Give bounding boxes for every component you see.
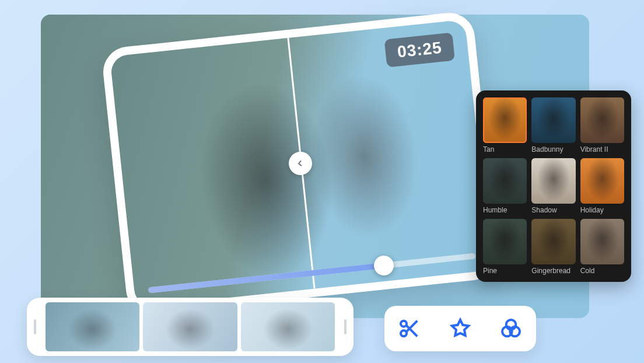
effects-tool-button[interactable] [444,312,477,345]
filter-thumbnail [483,219,527,264]
filter-thumbnail [580,158,624,204]
filter-thumbnail [580,219,624,264]
filter-label: Holiday [580,206,624,214]
filter-thumbnail [531,97,575,143]
filter-gingerbread[interactable]: Gingerbread [531,219,575,275]
filter-shadow[interactable]: Shadow [531,158,575,214]
filter-thumbnail [580,97,624,143]
filter-cold[interactable]: Cold [580,219,624,275]
filter-label: Badbunny [531,145,575,153]
filter-panel: TanBadbunnyVibrant IIHumbleShadowHoliday… [476,90,631,282]
cut-tool-button[interactable] [393,312,426,345]
filters-tool-button[interactable] [495,312,527,345]
filter-label: Tan [483,145,527,153]
video-preview: 03:25 [101,11,501,316]
filter-thumbnail [531,219,575,264]
filter-badbunny[interactable]: Badbunny [531,97,575,153]
filter-label: Humble [483,206,527,214]
filter-label: Pine [483,267,527,275]
timeline-filmstrip [27,298,354,356]
clip-thumbnail[interactable] [143,302,237,351]
timestamp-badge: 03:25 [384,33,455,68]
filter-holiday[interactable]: Holiday [580,158,624,214]
tools-bar [384,306,536,351]
scissors-icon [398,317,421,340]
filter-label: Vibrant II [580,145,624,153]
filter-vibrant-ii[interactable]: Vibrant II [580,97,624,153]
progress-knob[interactable] [373,254,394,276]
star-icon [449,317,472,340]
filter-label: Shadow [531,206,575,214]
clip-thumbnail[interactable] [241,302,335,351]
filter-humble[interactable]: Humble [483,158,527,214]
progress-fill [148,263,384,293]
filter-thumbnail [483,158,527,204]
filter-tan[interactable]: Tan [483,97,527,153]
filter-label: Gingerbread [531,267,575,275]
filters-icon [499,317,523,340]
filter-label: Cold [580,267,624,275]
comparison-handle[interactable] [288,151,313,176]
filter-thumbnail [531,158,575,204]
filter-pine[interactable]: Pine [483,219,527,275]
filter-thumbnail [483,97,527,143]
clip-thumbnail[interactable] [46,302,139,351]
